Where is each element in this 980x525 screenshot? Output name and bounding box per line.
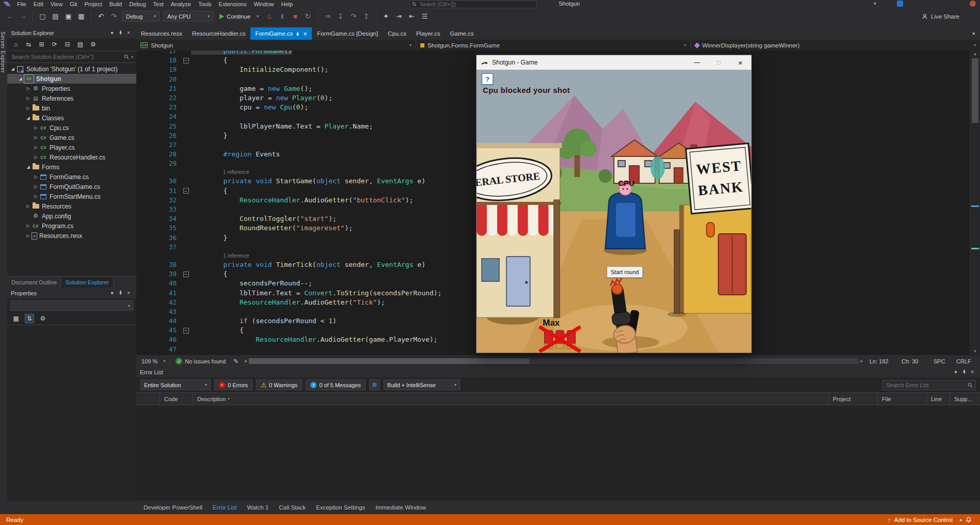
fold-collapse-icon[interactable]: –: [183, 58, 189, 63]
tree-item-formstartmenu-cs[interactable]: ▷FormStartMenu.cs: [7, 192, 136, 201]
continue-button[interactable]: Continue▾: [219, 13, 259, 20]
menu-item-debug[interactable]: Debug: [125, 1, 149, 7]
code-text[interactable]: secondsPerRound--;: [190, 279, 312, 288]
panel-tab-exception-settings[interactable]: Exception Settings: [311, 501, 370, 514]
code-text[interactable]: #region Events: [190, 150, 280, 159]
tree-item-classes[interactable]: ◢Classes: [7, 113, 136, 123]
expander-icon[interactable]: ◢: [25, 165, 31, 169]
error-list-body[interactable]: [136, 405, 980, 501]
error-list-header[interactable]: Error List ▾ ×: [136, 367, 980, 377]
properties-icon[interactable]: ⚙: [88, 40, 99, 49]
code-text[interactable]: if (secondsPerRound < 1): [190, 316, 337, 326]
tree-item-formgame-cs[interactable]: ▷FormGame.cs: [7, 172, 136, 182]
chevron-down-icon[interactable]: ▾: [108, 30, 116, 36]
close-icon[interactable]: ×: [124, 290, 133, 296]
expander-icon[interactable]: ▷: [33, 194, 39, 199]
code-text[interactable]: cpu = new Cpu(0);: [190, 103, 308, 112]
error-list-column-description[interactable]: Description▾: [193, 393, 829, 405]
solution-explorer-search-input[interactable]: [10, 53, 122, 60]
expander-icon[interactable]: ◢: [25, 116, 31, 120]
fold-collapse-icon[interactable]: –: [183, 188, 189, 194]
tree-item-solution-shotgun-1-of-1-project[interactable]: ◢Solution 'Shotgun' (1 of 1 project): [7, 64, 136, 74]
code-text[interactable]: lblPlayerName.Text = Player.Name;: [190, 122, 373, 131]
panel-tab-developer-powershell[interactable]: Developer PowerShell: [138, 501, 208, 514]
menu-item-build[interactable]: Build: [106, 1, 125, 7]
code-text[interactable]: RoundResetter("imagereset");: [190, 224, 353, 233]
nav-back-icon[interactable]: ←: [4, 11, 16, 22]
close-button[interactable]: ×: [730, 55, 751, 70]
expander-icon[interactable]: ▷: [33, 174, 39, 179]
editor-tab-formgame-cs[interactable]: FormGame.cs×: [250, 27, 312, 40]
menu-item-edit[interactable]: Edit: [30, 1, 47, 7]
save-icon[interactable]: ▣: [62, 11, 74, 22]
errors-filter-button[interactable]: × 0 Errors: [214, 379, 252, 390]
scroll-right-icon[interactable]: ►: [858, 359, 865, 363]
tree-item-resourcehandler-cs[interactable]: ▷C#ResourceHandler.cs: [7, 152, 136, 162]
code-text[interactable]: [190, 345, 191, 354]
editor-tab-formgame-cs-design[interactable]: FormGame.cs [Design]: [312, 27, 383, 40]
expander-icon[interactable]: ▷: [25, 204, 31, 209]
type-dropdown[interactable]: Shotgun.Forms.FormGame ▾: [416, 40, 691, 51]
menu-item-tools[interactable]: Tools: [195, 1, 215, 7]
error-list-search-input[interactable]: [885, 381, 966, 389]
minimize-button[interactable]: —: [686, 55, 708, 70]
categorized-icon[interactable]: ▦: [11, 314, 21, 323]
tree-item-properties[interactable]: ▷⚙Properties: [7, 84, 136, 93]
menu-item-window[interactable]: Window: [250, 1, 277, 7]
code-text[interactable]: {: [190, 326, 244, 335]
codelens-references[interactable]: 1 reference: [190, 252, 249, 260]
code-text[interactable]: game = new Game();: [190, 84, 312, 93]
tree-item-resources-resx[interactable]: ▷≡Resources.resx: [7, 231, 136, 241]
notifications-bell-icon[interactable]: [966, 516, 972, 523]
error-list-search-box[interactable]: [882, 380, 976, 390]
expander-icon[interactable]: ▷: [25, 96, 31, 101]
expander-icon[interactable]: ▷: [33, 184, 39, 189]
chevron-up-icon[interactable]: ▴: [960, 517, 962, 522]
expander-icon[interactable]: ▷: [33, 145, 39, 150]
search-options-chevron-icon[interactable]: ▾: [131, 55, 133, 59]
warnings-filter-button[interactable]: ⚠ 0 Warnings: [256, 379, 302, 390]
pin-icon[interactable]: [295, 31, 300, 36]
fold-collapse-icon[interactable]: –: [183, 328, 189, 333]
properties-object-dropdown[interactable]: ▾: [10, 300, 133, 311]
help-button[interactable]: ?: [482, 73, 493, 85]
toggle-comment-icon[interactable]: ☰: [419, 11, 431, 22]
show-all-files-icon[interactable]: ▤: [75, 40, 86, 49]
code-text[interactable]: [190, 159, 191, 168]
hot-reload-icon[interactable]: ♨: [263, 11, 275, 22]
tree-item-shotgun[interactable]: ◢C#Shotgun: [7, 74, 136, 84]
tab-list-chevron-icon[interactable]: ▾: [972, 31, 975, 36]
editor-tab-game-cs[interactable]: Game.cs: [446, 27, 479, 40]
error-list-column-icon[interactable]: [136, 393, 160, 405]
scroll-up-icon[interactable]: ▲: [970, 51, 980, 57]
expander-icon[interactable]: ▷: [33, 155, 39, 160]
editor-tab-cpu-cs[interactable]: Cpu.cs: [383, 27, 412, 40]
solution-explorer-header[interactable]: Solution Explorer ▾ ×: [7, 27, 136, 38]
issues-indicator[interactable]: ✓ No issues found: [171, 358, 230, 364]
member-dropdown[interactable]: WinnerDisplayer(string gameWinner) ▾: [691, 40, 980, 51]
code-text[interactable]: }: [190, 131, 227, 140]
code-text[interactable]: InitializeComponent();: [190, 65, 328, 74]
add-to-source-control-button[interactable]: Add to Source Control: [894, 517, 953, 523]
zoom-dropdown[interactable]: 109 % ▾: [136, 358, 171, 364]
code-text[interactable]: [190, 307, 191, 316]
collapse-all-icon[interactable]: ⊟: [62, 40, 73, 49]
expander-icon[interactable]: ▷: [25, 106, 31, 110]
editor-tab-resources-resx[interactable]: Resources.resx: [136, 27, 187, 40]
expander-icon[interactable]: ◢: [17, 76, 24, 81]
code-cleanup-icon[interactable]: ✦: [380, 11, 392, 22]
tree-item-bin[interactable]: ▷bin: [7, 103, 136, 113]
pin-icon[interactable]: [960, 369, 968, 375]
code-text[interactable]: private void StartGame(object sender, Ev…: [190, 177, 425, 186]
menu-item-project[interactable]: Project: [81, 1, 105, 7]
maximize-button[interactable]: □: [708, 55, 730, 70]
show-next-statement-icon[interactable]: ⇒: [322, 11, 334, 22]
save-all-icon[interactable]: ▦: [75, 11, 87, 22]
code-text[interactable]: private void TimerTick(object sender, Ev…: [190, 260, 425, 269]
codelens-references[interactable]: 1 reference: [190, 168, 249, 177]
edit-pen-icon[interactable]: ✎: [230, 358, 242, 365]
code-text[interactable]: ControlToggler("start");: [190, 214, 337, 224]
scroll-left-icon[interactable]: ◄: [242, 359, 249, 363]
close-icon[interactable]: ×: [124, 30, 133, 36]
expander-icon[interactable]: ▷: [33, 135, 39, 140]
